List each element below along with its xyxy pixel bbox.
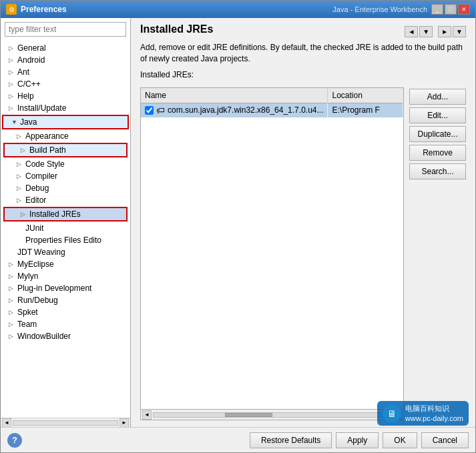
tree-item-plugindev[interactable]: ▷ Plug-in Development [1, 282, 130, 294]
jre-icon: 🏷 [156, 105, 165, 115]
tree-item-spket[interactable]: ▷ Spket [1, 306, 130, 318]
expand-arrow: ▷ [17, 161, 23, 167]
jre-name-cell: 🏷 com.sun.java.jdk7.win32.x86_64_1.7.0.u… [141, 103, 328, 117]
restore-defaults-button[interactable]: Restore Defaults [250, 432, 332, 448]
expand-arrow: ▷ [9, 69, 15, 75]
edit-button[interactable]: Edit... [409, 107, 466, 123]
panel-title: Installed JREs [140, 23, 213, 35]
expand-arrow: ▷ [21, 147, 27, 153]
expand-arrow: ▷ [9, 309, 15, 316]
tree-item-android[interactable]: ▷ Android [1, 54, 130, 66]
expand-arrow: ▷ [9, 297, 15, 304]
tree-item-general[interactable]: ▷ General [1, 42, 130, 54]
jre-location-cell: E:\Program F [328, 103, 403, 117]
panel-description: Add, remove or edit JRE definitions. By … [140, 42, 466, 65]
tree-item-debug[interactable]: ▷ Debug [1, 182, 130, 194]
tree-item-rundebug[interactable]: ▷ Run/Debug [1, 294, 130, 306]
watermark-icon: 🖥 [383, 404, 401, 423]
search-button[interactable]: Search... [409, 163, 466, 179]
expand-arrow: ▷ [9, 93, 15, 99]
expand-arrow: ▷ [17, 133, 23, 139]
expand-arrow: ▷ [17, 197, 23, 203]
scroll-left-arrow[interactable]: ◄ [2, 418, 11, 428]
remove-button[interactable]: Remove [409, 145, 466, 161]
tree-item-cpp[interactable]: ▷ C/C++ [1, 78, 130, 90]
table-scroll-left[interactable]: ◄ [142, 410, 152, 420]
tree-item-propfiles[interactable]: Properties Files Edito [1, 234, 130, 246]
maximize-button[interactable]: □ [445, 4, 457, 15]
close-button[interactable]: ✕ [458, 4, 470, 15]
expand-arrow: ▷ [9, 81, 15, 87]
table-row[interactable]: 🏷 com.sun.java.jdk7.win32.x86_64_1.7.0.u… [141, 103, 403, 117]
expand-arrow: ▷ [17, 173, 23, 179]
table-scroll-track[interactable] [153, 412, 391, 418]
tree-item-junit[interactable]: JUnit [1, 222, 130, 234]
tree-item-appearance[interactable]: ▷ Appearance [1, 130, 130, 142]
tree-item-windowbuilder[interactable]: ▷ WindowBuilder [1, 330, 130, 342]
expand-arrow: ▷ [9, 285, 15, 292]
jre-table: Name Location 🏷 [141, 88, 403, 117]
action-buttons: Add... Edit... Duplicate... Remove Searc… [409, 87, 466, 420]
expand-arrow: ▷ [9, 333, 15, 340]
title-bar: ⚙ Preferences Java - Enterprise Workbenc… [1, 1, 475, 18]
tree-item-install[interactable]: ▷ Install/Update [1, 102, 130, 114]
tree-item-editor[interactable]: ▷ Editor [1, 194, 130, 206]
expand-arrow: ▷ [9, 45, 15, 51]
help-button[interactable]: ? [7, 433, 22, 448]
jre-name: com.sun.java.jdk7.win32.x86_64_1.7.0.u4.… [168, 105, 323, 115]
window-subtitle: Java - Enterprise Workbench [332, 5, 427, 13]
footer-buttons: Restore Defaults Apply OK Cancel [250, 432, 469, 448]
expand-arrow: ▷ [9, 57, 15, 63]
jre-checkbox[interactable] [145, 106, 154, 115]
tree-item-codestyle[interactable]: ▷ Code Style [1, 158, 130, 170]
tree-item-team[interactable]: ▷ Team [1, 318, 130, 330]
expand-arrow: ▼ [11, 119, 18, 125]
col-location-header[interactable]: Location [328, 88, 403, 103]
tree-item-mylyn[interactable]: ▷ Mylyn [1, 270, 130, 282]
nav-back-button[interactable]: ◄ [405, 26, 418, 37]
expand-arrow: ▷ [17, 185, 23, 191]
cancel-button[interactable]: Cancel [421, 432, 469, 448]
preferences-tree: ▷ General ▷ Android ▷ Ant ▷ C/C++ [1, 41, 130, 418]
minimize-button[interactable]: _ [431, 4, 443, 15]
scroll-track[interactable] [13, 420, 118, 426]
expand-arrow: ▷ [9, 321, 15, 328]
duplicate-button[interactable]: Duplicate... [409, 126, 466, 142]
tree-item-myeclipse[interactable]: ▷ MyEclipse [1, 258, 130, 270]
apply-button[interactable]: Apply [336, 432, 379, 448]
tree-item-jdtweaving[interactable]: JDT Weaving [1, 246, 130, 258]
tree-item-help[interactable]: ▷ Help [1, 90, 130, 102]
scroll-right-arrow[interactable]: ► [120, 418, 129, 428]
ok-button[interactable]: OK [383, 432, 417, 448]
filter-input[interactable] [5, 22, 126, 37]
watermark-text: 电脑百科知识 www.pc-daily.com [405, 404, 463, 423]
expand-arrow: ▷ [21, 211, 27, 217]
table-scroll-thumb[interactable] [225, 413, 272, 417]
watermark: 🖥 电脑百科知识 www.pc-daily.com [377, 401, 469, 426]
tree-item-buildpath[interactable]: ▷ Build Path [3, 143, 128, 157]
expand-arrow: ▷ [9, 261, 15, 268]
add-button[interactable]: Add... [409, 89, 466, 105]
tree-item-installedjres[interactable]: ▷ Installed JREs [3, 207, 128, 221]
app-icon: ⚙ [6, 4, 17, 15]
expand-arrow: ▷ [9, 105, 15, 111]
table-horizontal-scrollbar[interactable]: ◄ ► [141, 409, 403, 420]
left-horizontal-scrollbar[interactable]: ◄ ► [1, 418, 130, 427]
window-controls: _ □ ✕ [431, 4, 470, 15]
dialog-footer: ? Restore Defaults Apply OK Cancel [1, 427, 475, 452]
nav-forward-button[interactable]: ► [438, 26, 451, 37]
expand-arrow: ▷ [9, 273, 15, 280]
window-title: Preferences [21, 5, 328, 14]
jre-table-container: Name Location 🏷 [140, 87, 404, 420]
nav-dropdown-button[interactable]: ▼ [419, 26, 433, 37]
tree-item-compiler[interactable]: ▷ Compiler [1, 170, 130, 182]
panel-subtitle: Installed JREs: [140, 70, 466, 79]
tree-item-ant[interactable]: ▷ Ant [1, 66, 130, 78]
col-name-header[interactable]: Name [141, 88, 328, 103]
tree-item-java[interactable]: ▼ Java [2, 115, 129, 129]
nav-forward-dropdown-button[interactable]: ▼ [453, 26, 466, 37]
